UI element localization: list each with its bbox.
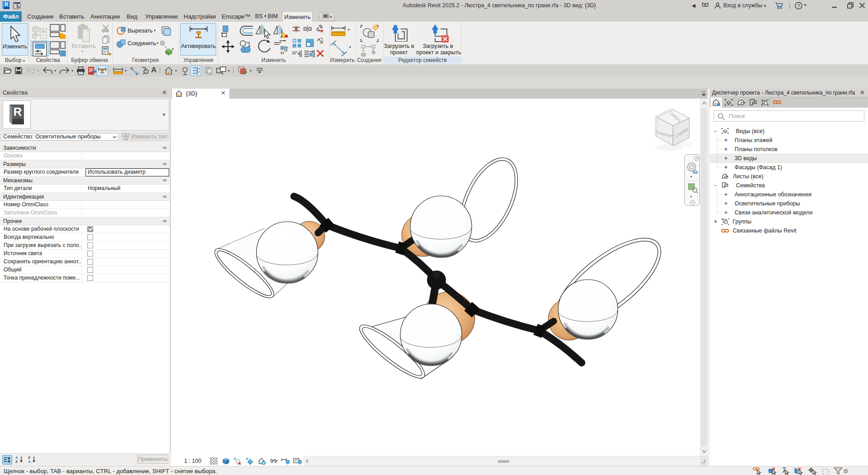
svg-text:R: R [5,1,9,8]
svg-text:Z: Z [15,460,18,464]
svg-text:Z: Z [28,456,30,460]
svg-text:?: ? [797,3,800,9]
svg-text:R: R [14,105,22,119]
svg-text:1: 1 [145,70,147,73]
svg-text:A: A [15,456,18,460]
svg-text:A: A [28,460,31,464]
